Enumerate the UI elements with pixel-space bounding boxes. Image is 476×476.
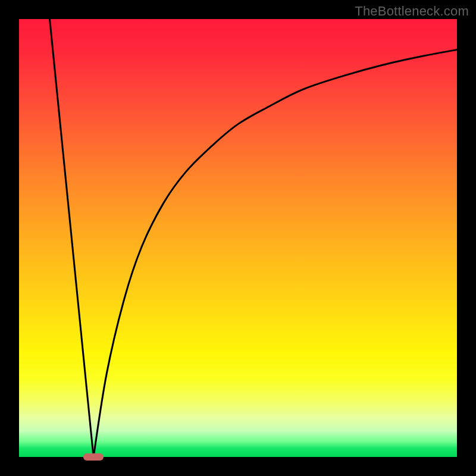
series-left-line	[50, 19, 94, 457]
plot-area	[19, 19, 457, 457]
series-right-curve	[93, 50, 457, 457]
bottleneck-marker	[83, 453, 104, 461]
watermark-text: TheBottleneck.com	[355, 4, 469, 19]
chart-frame: TheBottleneck.com	[0, 0, 476, 476]
curve-layer	[19, 19, 457, 457]
